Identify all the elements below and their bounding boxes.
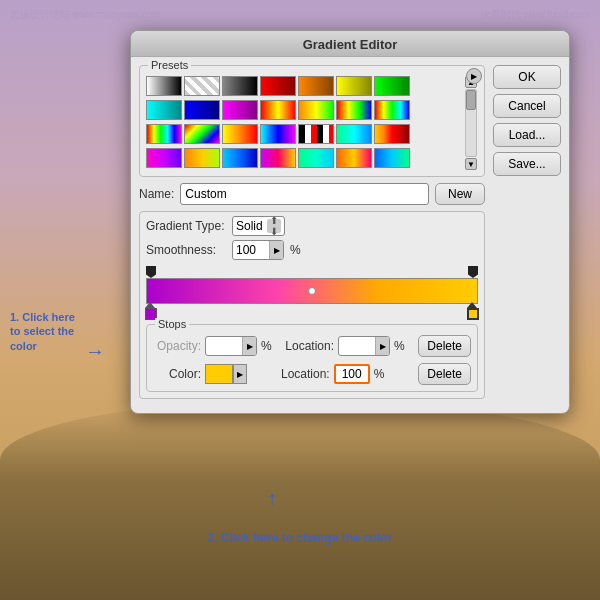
save-button[interactable]: Save...: [493, 152, 561, 176]
color-arrow[interactable]: ▶: [233, 364, 247, 384]
name-label: Name:: [139, 187, 174, 201]
opacity-input[interactable]: [206, 339, 242, 353]
arrow-bottom-icon: ↑: [267, 487, 277, 510]
preset-19[interactable]: [298, 124, 334, 144]
opacity-location-arrow[interactable]: ▶: [375, 336, 389, 356]
opacity-location-input[interactable]: [339, 339, 375, 353]
name-input[interactable]: [180, 183, 429, 205]
gradient-bar[interactable]: [146, 278, 478, 304]
preset-15[interactable]: [146, 124, 182, 144]
presets-area: ▲ ▼: [146, 76, 478, 170]
presets-play-button[interactable]: ▶: [466, 68, 482, 84]
gradient-settings-section: Gradient Type: Solid ⬆⬇ Smoothness: ▶ %: [139, 211, 485, 399]
color-location-label: Location:: [281, 367, 330, 381]
smoothness-input[interactable]: [233, 243, 269, 257]
color-location-input[interactable]: [334, 364, 370, 384]
color-swatch-wrap: ▶: [205, 364, 247, 384]
presets-label: Presets: [148, 59, 191, 71]
gradient-bar-container: [146, 264, 478, 320]
preset-14[interactable]: [374, 100, 410, 120]
scroll-down-arrow[interactable]: ▼: [465, 158, 477, 170]
ok-button[interactable]: OK: [493, 65, 561, 89]
preset-12[interactable]: [298, 100, 334, 120]
scroll-track[interactable]: [465, 89, 477, 157]
annotation-left: 1. Click here to select the color: [10, 310, 90, 353]
gradient-type-value: Solid: [236, 219, 263, 233]
preset-23[interactable]: [184, 148, 220, 168]
color-swatch[interactable]: [205, 364, 233, 384]
gradient-type-select[interactable]: Solid ⬆⬇: [232, 216, 285, 236]
preset-13[interactable]: [336, 100, 372, 120]
preset-26[interactable]: [298, 148, 334, 168]
gradient-midpoint[interactable]: [308, 287, 316, 295]
preset-4[interactable]: [260, 76, 296, 96]
smoothness-label: Smoothness:: [146, 243, 226, 257]
background-hills: [0, 400, 600, 600]
opacity-row: Opacity: ▶ % Location: ▶ %: [153, 335, 471, 357]
preset-16[interactable]: [184, 124, 220, 144]
preset-5[interactable]: [298, 76, 334, 96]
top-stop-left[interactable]: [146, 266, 156, 278]
preset-20[interactable]: [336, 124, 372, 144]
opacity-location-unit: %: [394, 339, 405, 353]
arrow-left-icon: →: [85, 340, 105, 363]
color-row: Color: ▶ Location: % Delete: [153, 363, 471, 385]
preset-24[interactable]: [222, 148, 258, 168]
top-stops: [146, 264, 478, 278]
preset-7[interactable]: [374, 76, 410, 96]
gradient-editor-dialog: Gradient Editor Presets: [130, 30, 570, 414]
name-row: Name: New: [139, 183, 485, 205]
smoothness-row: Smoothness: ▶ %: [146, 240, 478, 260]
presets-section: Presets: [139, 65, 485, 177]
smoothness-unit: %: [290, 243, 301, 257]
opacity-input-wrap: ▶: [205, 336, 257, 356]
top-stop-right[interactable]: [468, 266, 478, 278]
opacity-delete-button[interactable]: Delete: [418, 335, 471, 357]
load-button[interactable]: Load...: [493, 123, 561, 147]
presets-scrollbar: ▲ ▼: [464, 76, 478, 170]
stops-label: Stops: [155, 318, 189, 330]
opacity-arrow[interactable]: ▶: [242, 336, 256, 356]
opacity-location-label: Location:: [285, 339, 334, 353]
smoothness-input-wrap: ▶: [232, 240, 284, 260]
preset-10[interactable]: [222, 100, 258, 120]
preset-27[interactable]: [336, 148, 372, 168]
preset-17[interactable]: [222, 124, 258, 144]
bottom-stop-right[interactable]: [467, 302, 479, 320]
gradient-type-label: Gradient Type:: [146, 219, 226, 233]
gradient-type-row: Gradient Type: Solid ⬆⬇: [146, 216, 478, 236]
annotation-bottom: 2. Click here to change the color: [0, 531, 600, 545]
color-label: Color:: [153, 367, 201, 381]
preset-11[interactable]: [260, 100, 296, 120]
preset-8[interactable]: [146, 100, 182, 120]
watermark: 思缘设计论坛 www.missyuan.com 火星时代 www.hxsd.co…: [0, 8, 600, 22]
cancel-button[interactable]: Cancel: [493, 94, 561, 118]
opacity-location-wrap: ▶: [338, 336, 390, 356]
scroll-thumb[interactable]: [466, 90, 476, 110]
dialog-main: Presets: [139, 65, 485, 405]
color-location-unit: %: [374, 367, 385, 381]
preset-21[interactable]: [374, 124, 410, 144]
preset-1[interactable]: [146, 76, 182, 96]
preset-25[interactable]: [260, 148, 296, 168]
preset-22[interactable]: [146, 148, 182, 168]
preset-28[interactable]: [374, 148, 410, 168]
preset-6[interactable]: [336, 76, 372, 96]
dialog-buttons: OK Cancel Load... Save...: [493, 65, 561, 405]
preset-18[interactable]: [260, 124, 296, 144]
preset-2[interactable]: [184, 76, 220, 96]
preset-3[interactable]: [222, 76, 258, 96]
new-button[interactable]: New: [435, 183, 485, 205]
bottom-stops: [146, 304, 478, 320]
dialog-title: Gradient Editor: [131, 31, 569, 57]
opacity-label: Opacity:: [153, 339, 201, 353]
smoothness-arrow[interactable]: ▶: [269, 240, 283, 260]
opacity-unit: %: [261, 339, 272, 353]
select-arrow-icon[interactable]: ⬆⬇: [267, 219, 281, 233]
presets-grid: [146, 76, 462, 170]
color-delete-button[interactable]: Delete: [418, 363, 471, 385]
stops-section: Stops Opacity: ▶ % Location: ▶: [146, 324, 478, 392]
preset-9[interactable]: [184, 100, 220, 120]
